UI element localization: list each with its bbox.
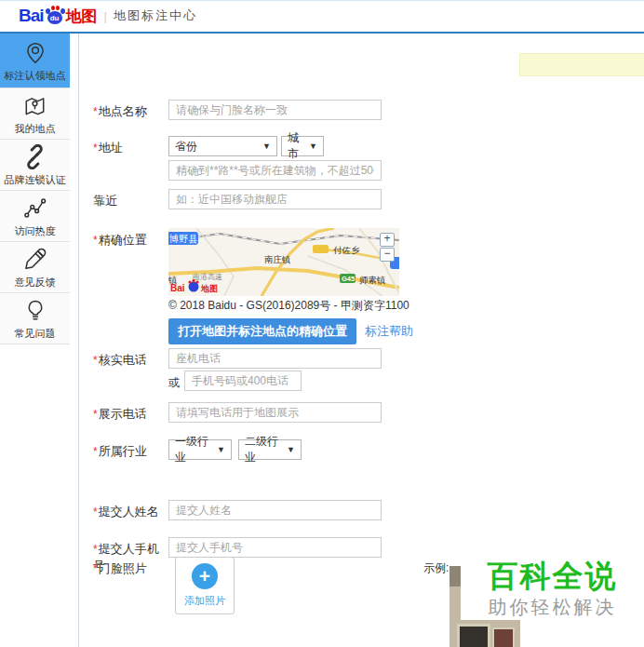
map-attribution: © 2018 Baidu - GS(2016)2089号 - 甲测资字1100: [168, 298, 409, 314]
logo-text-map: 地图: [66, 6, 98, 27]
field-industry: *所属行业 一级行业 ▼ 二级行业 ▼: [93, 439, 308, 460]
required-marker: *: [93, 505, 98, 519]
sidebar-item-annotate-claim[interactable]: 标注认领地点: [0, 34, 70, 88]
logo-text-du: du: [50, 14, 60, 22]
required-marker: *: [93, 408, 98, 421]
submitter-phone-input[interactable]: [168, 537, 382, 558]
map-actions: 打开地图并标注地点的精确位置 标注帮助: [168, 318, 413, 344]
line-chart-icon: [22, 195, 48, 222]
logo-divider: |: [104, 9, 107, 23]
photo-door: [492, 627, 515, 647]
field-precise-location: *精确位置 博野县 付佐乡: [93, 228, 399, 296]
sidebar-item-label: 意见反馈: [15, 276, 56, 290]
map-zoom-out-button[interactable]: −: [380, 248, 395, 262]
address-label: *地址: [93, 136, 168, 156]
field-verify-phone: *核实电话: [93, 348, 382, 369]
baidu-paw-icon: du: [45, 6, 65, 26]
annotation-help-link[interactable]: 标注帮助: [365, 323, 413, 340]
city-select[interactable]: 城市 ▼: [281, 136, 324, 156]
chevron-down-icon: ▼: [262, 142, 271, 151]
map-label-fuzuo: 付佐乡: [333, 245, 360, 255]
field-place-name: *地点名称: [93, 100, 382, 120]
watermark-overlay: 百科全说 助你轻松解决: [461, 559, 644, 620]
logo-text-bai: Bai: [19, 6, 44, 26]
field-nearby: 靠近: [93, 189, 382, 209]
required-marker: *: [93, 105, 98, 118]
sidebar-item-faq[interactable]: 常见问题: [0, 293, 70, 344]
field-address: *地址 省份 ▼ 城市 ▼: [93, 136, 324, 156]
field-verify-phone-alt: 或: [93, 371, 302, 391]
sidebar-item-label: 品牌连锁认证: [5, 173, 66, 187]
required-marker: *: [93, 543, 98, 556]
baidu-map-annotation-page: { "ui": { "arrow": "▼" }, "header": { "l…: [0, 0, 644, 647]
main-content: *地点名称 *地址 省份 ▼ 城市 ▼ 靠近 *精确位置: [79, 34, 644, 647]
lightbulb-icon: [23, 297, 47, 325]
industry-label: *所属行业: [93, 439, 168, 460]
page-title: 地图标注中心: [114, 7, 197, 24]
display-phone-label: *展示电话: [93, 402, 168, 423]
sidebar-item-label: 访问热度: [15, 224, 56, 238]
map-icon: [22, 92, 47, 120]
chevron-down-icon: ▼: [309, 142, 317, 151]
map-label-shisu: 师素镇: [359, 275, 386, 285]
chevron-down-icon: ▼: [287, 445, 295, 454]
chevron-down-icon: ▼: [217, 445, 225, 454]
field-storefront-photo: *门脸照片 + 添加照片: [93, 557, 235, 614]
sidebar-item-feedback[interactable]: 意见反馈: [0, 242, 70, 293]
field-address-detail: [93, 160, 382, 181]
watermark-subtitle: 助你轻松解决: [461, 595, 644, 620]
storefront-photo-label: *门脸照片: [93, 557, 168, 614]
sidebar-item-label: 常见问题: [15, 327, 56, 341]
or-text: 或: [168, 371, 180, 391]
address-detail-input[interactable]: [168, 160, 382, 181]
notification-banner: [519, 53, 644, 76]
chain-link-icon: [22, 143, 47, 171]
example-label: 示例:: [423, 560, 449, 576]
field-display-phone: *展示电话: [93, 402, 382, 423]
map-badge-g45: G45: [342, 275, 355, 283]
open-map-button[interactable]: 打开地图并标注地点的精确位置: [168, 318, 356, 344]
add-photo-button[interactable]: + 添加照片: [175, 557, 235, 614]
place-name-label: *地点名称: [93, 100, 168, 120]
sidebar-item-visit-heat[interactable]: 访问热度: [0, 191, 70, 242]
display-phone-input[interactable]: [168, 402, 382, 423]
location-pin-icon: [23, 39, 47, 67]
sidebar-item-label: 我的地点: [15, 122, 56, 136]
field-submitter-name: *提交人姓名: [93, 500, 382, 520]
province-select[interactable]: 省份 ▼: [168, 136, 277, 156]
nearby-input[interactable]: [168, 189, 382, 209]
sidebar-item-label: 标注认领地点: [5, 69, 66, 83]
map-logo-map: 地图: [200, 284, 218, 293]
submitter-name-label: *提交人姓名: [93, 500, 168, 520]
secondary-industry-select[interactable]: 二级行业 ▼: [238, 439, 302, 460]
map-logo-bai: Bai: [170, 283, 185, 293]
pencil-icon: [22, 246, 47, 274]
required-marker: *: [93, 562, 98, 575]
submitter-name-input[interactable]: [168, 500, 382, 520]
baidu-map-logo[interactable]: Bai du 地图 | 地图标注中心: [19, 6, 197, 27]
map-label-expressway: 曲港高速: [193, 273, 222, 281]
header: Bai du 地图 | 地图标注中心: [0, 0, 644, 34]
map-zoom-in-button[interactable]: +: [380, 233, 395, 247]
required-marker: *: [93, 234, 98, 247]
photo-window: [457, 624, 490, 647]
place-name-input[interactable]: [168, 100, 382, 120]
map-label-county: 博野县: [168, 234, 198, 244]
watermark-title: 百科全说: [461, 559, 644, 594]
verify-phone-label: *核实电话: [93, 348, 168, 369]
required-marker: *: [93, 142, 98, 155]
primary-industry-select[interactable]: 一级行业 ▼: [168, 439, 232, 460]
required-marker: *: [93, 445, 98, 458]
precise-location-label: *精确位置: [93, 228, 168, 296]
sidebar-item-brand-chain[interactable]: 品牌连锁认证: [0, 140, 70, 191]
sidebar-item-my-places[interactable]: 我的地点: [0, 88, 70, 140]
map-preview[interactable]: 博野县 付佐乡 南庄镇 镇 曲港高速 G45 师素镇 Bai: [168, 228, 399, 296]
sidebar: 标注认领地点 我的地点 品牌连锁认证 访问热度 意见反馈 常见问题: [0, 34, 79, 647]
required-marker: *: [93, 354, 98, 367]
nearby-label: 靠近: [93, 189, 168, 209]
verify-phone-input[interactable]: [168, 348, 382, 369]
map-label-nanzhuang: 南庄镇: [264, 254, 291, 264]
verify-phone-alt-input[interactable]: [184, 371, 302, 391]
add-photo-label: 添加照片: [184, 594, 225, 608]
plus-icon: +: [192, 563, 218, 589]
